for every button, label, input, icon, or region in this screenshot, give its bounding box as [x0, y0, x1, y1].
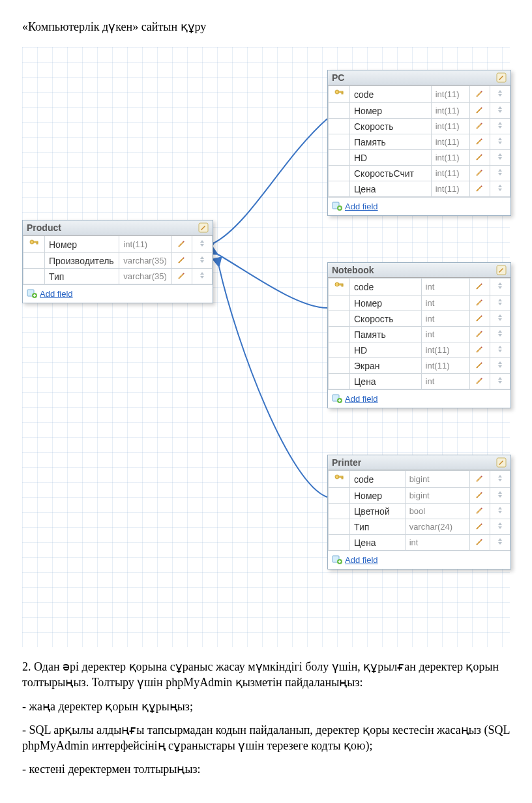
edit-table-icon[interactable] [198, 222, 209, 233]
edit-field-icon[interactable] [470, 504, 490, 519]
field-row[interactable]: Номерint [329, 295, 510, 311]
field-row[interactable]: Скоростьint(11) [329, 119, 510, 134]
field-row[interactable]: Номерbigint [329, 488, 510, 504]
primary-key-icon [329, 150, 350, 166]
field-name: Номер [350, 103, 432, 119]
add-icon [27, 288, 37, 300]
add-field-row[interactable]: Add field [328, 197, 510, 215]
field-name: Номер [350, 295, 422, 311]
table-printer[interactable]: Printer codebigintНомерbigintЦветнойbool… [327, 455, 511, 569]
reorder-grip-icon[interactable] [490, 295, 510, 311]
reorder-grip-icon[interactable] [192, 236, 213, 253]
edit-field-icon[interactable] [172, 236, 192, 253]
edit-field-icon[interactable] [470, 342, 490, 358]
table-product[interactable]: Product Номерint(11)Производительvarchar… [22, 220, 213, 303]
edit-field-icon[interactable] [470, 519, 490, 535]
edit-field-icon[interactable] [470, 295, 490, 311]
field-row[interactable]: Ценаint [329, 535, 510, 551]
field-row[interactable]: Номерint(11) [23, 236, 213, 253]
field-row[interactable]: СкоростьСчитint(11) [329, 166, 510, 181]
reorder-grip-icon[interactable] [490, 86, 510, 103]
field-row[interactable]: Скоростьint [329, 311, 510, 327]
field-row[interactable]: Типvarchar(24) [329, 519, 510, 535]
edit-field-icon[interactable] [470, 535, 490, 551]
field-name: Цветной [350, 504, 406, 519]
field-name: Скорость [350, 311, 422, 327]
reorder-grip-icon[interactable] [490, 488, 510, 504]
edit-field-icon[interactable] [470, 327, 490, 342]
reorder-grip-icon[interactable] [490, 103, 510, 119]
primary-key-icon [329, 327, 350, 342]
reorder-grip-icon[interactable] [490, 342, 510, 358]
field-row[interactable]: Памятьint [329, 327, 510, 342]
edit-field-icon[interactable] [470, 103, 490, 119]
field-row[interactable]: Памятьint(11) [329, 134, 510, 150]
edit-field-icon[interactable] [470, 150, 490, 166]
add-field-row[interactable]: Add field [23, 284, 213, 303]
reorder-grip-icon[interactable] [490, 166, 510, 181]
reorder-grip-icon[interactable] [490, 134, 510, 150]
edit-table-icon[interactable] [496, 457, 507, 468]
add-field-row[interactable]: Add field [328, 551, 510, 569]
field-row[interactable]: Типvarchar(35) [23, 269, 213, 284]
reorder-grip-icon[interactable] [490, 279, 510, 295]
reorder-grip-icon[interactable] [490, 150, 510, 166]
edit-field-icon[interactable] [470, 279, 490, 295]
edit-field-icon[interactable] [470, 166, 490, 181]
edit-field-icon[interactable] [470, 86, 490, 103]
edit-field-icon[interactable] [470, 311, 490, 327]
table-header[interactable]: Notebook [328, 263, 510, 278]
add-field-link[interactable]: Add field [345, 555, 378, 565]
reorder-grip-icon[interactable] [490, 519, 510, 535]
add-field-link[interactable]: Add field [345, 202, 378, 211]
edit-field-icon[interactable] [470, 181, 490, 197]
reorder-grip-icon[interactable] [490, 181, 510, 197]
primary-key-icon [329, 519, 350, 535]
edit-field-icon[interactable] [172, 269, 192, 284]
edit-field-icon[interactable] [470, 374, 490, 389]
add-field-link[interactable]: Add field [345, 394, 378, 404]
primary-key-icon [23, 253, 45, 269]
field-row[interactable]: HDint(11) [329, 342, 510, 358]
edit-field-icon[interactable] [172, 253, 192, 269]
field-row[interactable]: codeint [329, 279, 510, 295]
table-header[interactable]: PC [328, 70, 510, 85]
primary-key-icon [329, 166, 350, 181]
reorder-grip-icon[interactable] [490, 311, 510, 327]
add-field-row[interactable]: Add field [328, 389, 510, 408]
reorder-grip-icon[interactable] [490, 471, 510, 488]
field-row[interactable]: codebigint [329, 471, 510, 488]
table-header[interactable]: Printer [328, 455, 510, 470]
reorder-grip-icon[interactable] [490, 535, 510, 551]
edit-table-icon[interactable] [496, 72, 507, 83]
field-type: int(11) [431, 86, 469, 103]
field-row[interactable]: Экранint(11) [329, 358, 510, 374]
field-row[interactable]: Цветнойbool [329, 504, 510, 519]
table-pc[interactable]: PC codeint(11)Номерint(11)Скоростьint(11… [327, 70, 511, 216]
edit-field-icon[interactable] [470, 358, 490, 374]
reorder-grip-icon[interactable] [490, 374, 510, 389]
field-row[interactable]: codeint(11) [329, 86, 510, 103]
reorder-grip-icon[interactable] [490, 358, 510, 374]
edit-table-icon[interactable] [496, 265, 507, 275]
reorder-grip-icon[interactable] [192, 269, 213, 284]
reorder-grip-icon[interactable] [490, 327, 510, 342]
edit-field-icon[interactable] [470, 134, 490, 150]
field-row[interactable]: Номерint(11) [329, 103, 510, 119]
primary-key-icon [329, 535, 350, 551]
field-row[interactable]: Ценаint(11) [329, 181, 510, 197]
field-row[interactable]: Производительvarchar(35) [23, 253, 213, 269]
edit-field-icon[interactable] [470, 471, 490, 488]
reorder-grip-icon[interactable] [490, 119, 510, 134]
field-row[interactable]: Ценаint [329, 374, 510, 389]
reorder-grip-icon[interactable] [192, 253, 213, 269]
table-header[interactable]: Product [23, 220, 213, 235]
edit-field-icon[interactable] [470, 488, 490, 504]
table-notebook[interactable]: Notebook codeintНомерintСкоростьintПамят… [327, 262, 511, 408]
edit-field-icon[interactable] [470, 119, 490, 134]
reorder-grip-icon[interactable] [490, 504, 510, 519]
field-type: int(11) [431, 134, 469, 150]
primary-key-icon [23, 236, 45, 253]
add-field-link[interactable]: Add field [40, 289, 73, 299]
field-row[interactable]: HDint(11) [329, 150, 510, 166]
